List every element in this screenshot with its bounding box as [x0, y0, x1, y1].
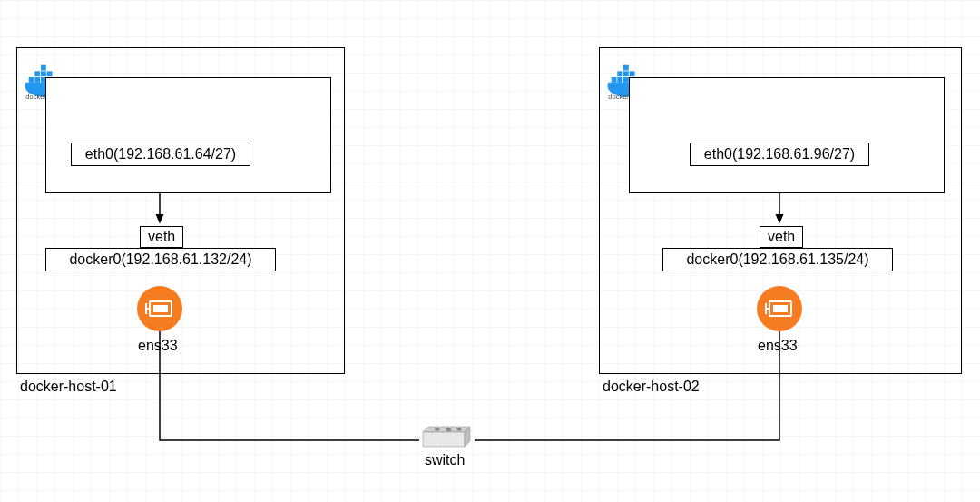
- svg-rect-7: [41, 71, 46, 76]
- svg-rect-26: [423, 432, 465, 447]
- nic-icon: [757, 286, 802, 331]
- docker0-box-2: docker0(192.168.61.135/24): [662, 248, 893, 271]
- ens-label-1: ens33: [138, 338, 178, 354]
- host-label-2: docker-host-02: [603, 379, 700, 395]
- svg-rect-8: [47, 71, 53, 76]
- switch-label: switch: [425, 452, 465, 468]
- svg-rect-23: [773, 305, 788, 312]
- svg-rect-16: [623, 77, 629, 83]
- veth-box-1: veth: [140, 226, 183, 248]
- veth-box-2: veth: [760, 226, 803, 248]
- container-box-1: [45, 77, 331, 193]
- eth0-box-1: eth0(192.168.61.64/27): [71, 143, 250, 166]
- svg-rect-21: [623, 65, 629, 71]
- container-box-2: [629, 77, 945, 193]
- svg-rect-6: [34, 71, 40, 76]
- ens-label-2: ens33: [758, 338, 798, 354]
- switch-icon: [419, 425, 474, 450]
- svg-rect-15: [617, 77, 622, 83]
- svg-rect-3: [34, 77, 40, 83]
- svg-rect-11: [153, 305, 168, 312]
- docker-brand-text: docker: [25, 93, 46, 100]
- svg-rect-18: [617, 71, 622, 76]
- svg-rect-20: [630, 71, 635, 76]
- eth0-box-2: eth0(192.168.61.96/27): [690, 143, 869, 166]
- docker0-box-1: docker0(192.168.61.132/24): [45, 248, 276, 271]
- nic-icon: [137, 286, 182, 331]
- svg-rect-19: [623, 71, 629, 76]
- svg-rect-14: [612, 77, 617, 83]
- host-label-1: docker-host-01: [20, 379, 117, 395]
- docker-brand-text: docker: [608, 93, 629, 100]
- svg-rect-2: [29, 77, 34, 83]
- svg-rect-9: [41, 65, 46, 71]
